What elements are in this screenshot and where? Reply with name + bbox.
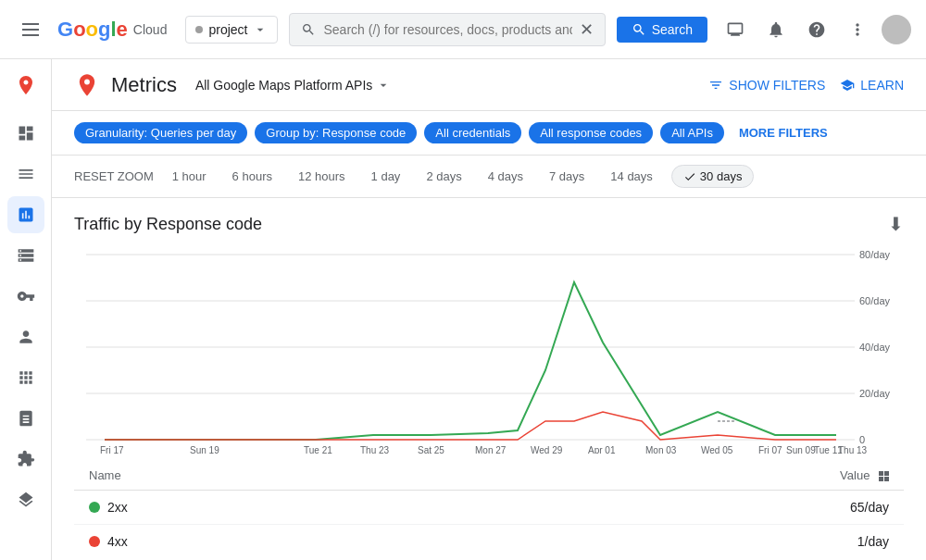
- check-icon: [683, 170, 696, 183]
- puzzle-icon: [17, 450, 35, 468]
- filter-chip-0-label: Granularity: Queries per day: [85, 126, 236, 140]
- legend-table: Name Value: [74, 461, 904, 558]
- legend-name-4xx: 4xx: [74, 525, 460, 559]
- sidebar-item-book[interactable]: [7, 400, 44, 437]
- search-button[interactable]: Search: [617, 17, 707, 43]
- bell-icon[interactable]: [759, 13, 793, 46]
- api-selector[interactable]: All Google Maps Platform APIs: [195, 78, 391, 93]
- api-selector-chevron: [376, 78, 391, 93]
- sidebar: [0, 59, 52, 560]
- filter-chip-4[interactable]: All APIs: [660, 122, 724, 143]
- cloud-text: Cloud: [133, 22, 168, 37]
- svg-text:Wed 05: Wed 05: [701, 445, 733, 454]
- search-btn-icon: [632, 22, 646, 37]
- chart-container: Traffic by Response code ⬇ 80/day 60/day…: [52, 198, 926, 560]
- time-btn-1day[interactable]: 1 day: [364, 166, 408, 187]
- svg-text:40/day: 40/day: [859, 342, 891, 353]
- chart-title: Traffic by Response code: [74, 215, 262, 234]
- time-btn-4days[interactable]: 4 days: [481, 166, 531, 187]
- project-label: project: [208, 22, 247, 37]
- legend-row-4xx: 4xx 1/day: [74, 525, 904, 559]
- console-icon[interactable]: [719, 13, 752, 46]
- layout: Metrics All Google Maps Platform APIs SH…: [0, 59, 926, 560]
- sidebar-item-layers[interactable]: [7, 481, 44, 518]
- maps-logo-icon: [74, 72, 100, 98]
- filter-chip-1[interactable]: Group by: Response code: [255, 122, 417, 143]
- legend-dot-4xx: [89, 536, 100, 547]
- person-icon: [17, 328, 35, 346]
- sidebar-item-key[interactable]: [7, 278, 44, 315]
- search-button-label: Search: [652, 22, 693, 37]
- project-selector[interactable]: project: [185, 16, 278, 44]
- name-col-header: Name: [74, 461, 460, 491]
- svg-text:Thu 13: Thu 13: [838, 445, 868, 454]
- chart-header: Traffic by Response code ⬇: [74, 213, 904, 235]
- search-input[interactable]: [323, 22, 571, 37]
- reset-zoom-button[interactable]: RESET ZOOM: [74, 169, 154, 183]
- filter-chip-3[interactable]: All response codes: [529, 122, 653, 143]
- sidebar-item-list[interactable]: [7, 156, 44, 193]
- time-btn-30days[interactable]: 30 days: [671, 165, 755, 188]
- sidebar-item-storage[interactable]: [7, 237, 44, 274]
- time-btn-14days[interactable]: 14 days: [603, 166, 660, 187]
- filter-icon: [708, 78, 723, 93]
- storage-icon: [17, 246, 35, 265]
- filter-chip-2[interactable]: All credentials: [424, 122, 521, 143]
- show-filters-label: SHOW FILTERS: [729, 78, 825, 93]
- legend-dot-2xx: [89, 502, 100, 513]
- svg-text:Sun 09: Sun 09: [786, 445, 816, 454]
- hamburger-menu[interactable]: [15, 16, 46, 44]
- time-btn-1hour[interactable]: 1 hour: [165, 166, 214, 187]
- learn-label: LEARN: [860, 78, 904, 93]
- sidebar-item-apps[interactable]: [7, 359, 44, 396]
- svg-point-0: [84, 79, 90, 84]
- layers-icon: [17, 491, 35, 509]
- filter-chip-4-label: All APIs: [671, 126, 713, 140]
- sidebar-item-person[interactable]: [7, 318, 44, 355]
- google-cloud-logo: Google Cloud: [57, 18, 167, 42]
- time-btn-12hours[interactable]: 12 hours: [291, 166, 353, 187]
- svg-text:60/day: 60/day: [859, 295, 891, 306]
- svg-text:Fri 07: Fri 07: [758, 445, 782, 454]
- apps-icon: [17, 368, 35, 387]
- svg-text:Mon 03: Mon 03: [645, 445, 677, 454]
- api-selector-label: All Google Maps Platform APIs: [195, 78, 372, 93]
- sidebar-item-dashboard[interactable]: [7, 115, 44, 152]
- time-btn-7days[interactable]: 7 days: [542, 166, 592, 187]
- svg-text:Apr 01: Apr 01: [588, 445, 616, 454]
- filter-chip-1-label: Group by: Response code: [266, 126, 406, 140]
- chevron-down-icon: [253, 22, 268, 37]
- download-button[interactable]: ⬇: [888, 213, 904, 235]
- show-filters-button[interactable]: SHOW FILTERS: [708, 78, 825, 93]
- book-icon: [17, 409, 35, 428]
- svg-text:80/day: 80/day: [859, 250, 891, 260]
- time-btn-2days[interactable]: 2 days: [419, 166, 469, 187]
- help-icon[interactable]: [800, 13, 833, 46]
- more-icon[interactable]: [841, 13, 874, 46]
- filters-bar: Granularity: Queries per day Group by: R…: [52, 111, 926, 156]
- learn-icon: [840, 78, 855, 93]
- svg-text:Wed 29: Wed 29: [531, 445, 563, 454]
- main-content: Metrics All Google Maps Platform APIs SH…: [52, 59, 926, 560]
- chart-icon: [17, 205, 35, 224]
- second-bar: Metrics All Google Maps Platform APIs SH…: [52, 59, 926, 111]
- sidebar-item-puzzle[interactable]: [7, 441, 44, 478]
- sidebar-item-maps[interactable]: [7, 67, 44, 104]
- avatar[interactable]: [882, 15, 911, 44]
- list-icon: [17, 165, 35, 183]
- dashboard-icon: [17, 124, 35, 143]
- sidebar-item-chart[interactable]: [7, 196, 44, 233]
- svg-text:Fri 17: Fri 17: [100, 445, 124, 454]
- more-filters-link[interactable]: MORE FILTERS: [739, 126, 828, 140]
- chart-svg: 80/day 60/day 40/day 20/day 0 Fri 17: [74, 250, 904, 454]
- filter-chip-3-label: All response codes: [540, 126, 642, 140]
- filter-chip-0[interactable]: Granularity: Queries per day: [74, 122, 247, 143]
- clear-search-icon[interactable]: ✕: [580, 19, 594, 40]
- svg-text:Mon 27: Mon 27: [475, 445, 507, 454]
- value-col-header: Value: [460, 461, 904, 491]
- learn-button[interactable]: LEARN: [840, 78, 904, 93]
- search-icon: [301, 22, 316, 37]
- svg-text:Tue 21: Tue 21: [304, 445, 332, 454]
- time-bar: RESET ZOOM 1 hour 6 hours 12 hours 1 day…: [52, 156, 926, 198]
- time-btn-6hours[interactable]: 6 hours: [225, 166, 280, 187]
